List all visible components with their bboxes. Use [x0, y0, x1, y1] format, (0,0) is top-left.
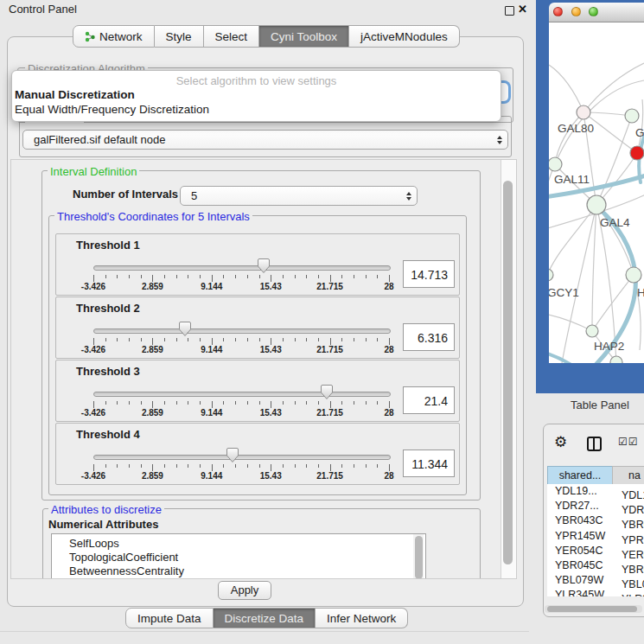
tab-label: Infer Network — [327, 612, 396, 625]
checkboxes-icon[interactable]: ☑☑ — [618, 436, 639, 448]
table-row[interactable]: YDR27...YDR2 — [547, 499, 644, 513]
close-icon[interactable]: ✕ — [518, 3, 527, 16]
svg-text:GAL80: GAL80 — [558, 122, 594, 135]
table-row[interactable]: YBL079WYBL0 — [547, 573, 644, 588]
column-header-0[interactable]: shared... — [547, 466, 613, 485]
algorithm-option-equal-width[interactable]: Equal Width/Frequency Discretization — [12, 102, 501, 117]
settings-vertical-scrollbar[interactable] — [501, 160, 517, 578]
slider-track[interactable] — [93, 328, 391, 334]
tab-label: jActiveMNodules — [360, 30, 448, 43]
tab-label: Style — [166, 30, 192, 43]
attribute-item-topologicalcoefficient[interactable]: TopologicalCoefficient — [52, 551, 425, 564]
slider-tick-labels: -3.4262.8599.14415.4321.71528 — [93, 408, 389, 418]
slider-thumb[interactable] — [226, 447, 239, 463]
panel-title: Control Panel — [9, 3, 77, 16]
svg-text:HAP2: HAP2 — [594, 340, 624, 353]
table-row[interactable]: YPR145WYPR1 — [547, 529, 644, 544]
table-row[interactable]: YBR045CYBR0 — [547, 558, 644, 573]
table-horizontal-scrollbar[interactable] — [545, 605, 642, 613]
num-intervals-label: Number of Intervals — [73, 188, 178, 201]
slider-tick-labels: -3.4262.8599.14415.4321.71528 — [93, 345, 389, 355]
top-tab-strip: NetworkStyleSelectCyni ToolboxjActiveMNo… — [73, 25, 460, 48]
slider-thumb[interactable] — [257, 258, 271, 274]
slider-thumb[interactable] — [320, 384, 334, 400]
close-traffic-light-icon[interactable] — [553, 7, 563, 16]
thresholds-group-title: Threshold's Coordinates for 5 Intervals — [54, 210, 252, 223]
threshold-value-field[interactable]: 21.4 — [403, 386, 455, 414]
num-intervals-combobox[interactable]: 5 — [180, 186, 418, 206]
threshold-4-box: Threshold 4-3.4262.8599.14415.4321.71528… — [55, 423, 460, 485]
column-header-1[interactable]: na — [612, 466, 644, 485]
numerical-attributes-list[interactable]: SelfLoopsTopologicalCoefficientBetweenne… — [51, 533, 426, 579]
attributes-list-scrollbar[interactable] — [413, 534, 424, 579]
threshold-value-field[interactable]: 11.344 — [403, 450, 455, 477]
slider-tick-labels: -3.4262.8599.14415.4321.71528 — [93, 282, 389, 292]
threshold-label: Threshold 4 — [76, 428, 140, 441]
float-window-icon[interactable] — [505, 6, 514, 16]
svg-text:GAL11: GAL11 — [554, 173, 590, 186]
svg-text:H: H — [637, 286, 644, 299]
network-graph: GAL80GAGAL11GAL4GCY1HHAP2 — [549, 22, 644, 363]
table-scrollbar-thumb[interactable] — [547, 606, 637, 612]
threshold-3-box: Threshold 3-3.4262.8599.14415.4321.71528… — [55, 360, 460, 422]
combo-stepper-icon — [401, 192, 417, 201]
screen: Control Panel ✕ NetworkStyleSelectCyni T… — [0, 0, 644, 644]
threshold-value-field[interactable]: 6.316 — [403, 323, 455, 351]
tab-label: Impute Data — [137, 612, 201, 625]
slider-track[interactable] — [93, 392, 391, 397]
algorithm-popup: Select algorithm to view settings Manual… — [11, 70, 501, 122]
attributes-group-title: Attributes to discretize — [48, 503, 164, 516]
tab-impute-data[interactable]: Impute Data — [125, 608, 214, 628]
num-intervals-value: 5 — [181, 189, 401, 202]
slider-thumb[interactable] — [178, 321, 192, 337]
minimize-traffic-light-icon[interactable] — [571, 7, 581, 16]
tab-label: Cyni Toolbox — [271, 30, 337, 43]
threshold-1-box: Threshold 1-3.4262.8599.14415.4321.71528… — [55, 233, 460, 296]
slider-tick-labels: -3.4262.8599.14415.4321.71528 — [93, 471, 389, 481]
split-columns-icon[interactable] — [587, 437, 602, 451]
tab-network[interactable]: Network — [73, 25, 155, 48]
tab-jactivemnodules[interactable]: jActiveMNodules — [349, 25, 460, 48]
threshold-label: Threshold 3 — [76, 365, 140, 378]
network-canvas[interactable]: GAL80GAGAL11GAL4GCY1HHAP2 — [549, 22, 644, 363]
slider-track[interactable] — [93, 455, 391, 460]
threshold-value-field[interactable]: 14.713 — [403, 260, 455, 288]
apply-button[interactable]: Apply — [218, 581, 271, 600]
settings-scroll-area: Interval Definition Number of Intervals … — [10, 159, 517, 579]
tab-label: Network — [99, 30, 143, 43]
table-row[interactable]: YLR345WYLR3 — [547, 588, 644, 596]
tab-cyni-toolbox[interactable]: Cyni Toolbox — [259, 25, 349, 48]
algorithm-option-manual[interactable]: Manual Discretization — [12, 87, 501, 102]
svg-text:GAL4: GAL4 — [600, 216, 630, 229]
table-row[interactable]: YDL19...YDL1 — [547, 484, 644, 499]
tab-label: Discretize Data — [225, 612, 304, 625]
thresholds-group: Threshold's Coordinates for 5 Intervals … — [48, 215, 467, 495]
settings-scrollbar-thumb[interactable] — [503, 181, 513, 564]
attribute-item-selfloops[interactable]: SelfLoops — [52, 534, 425, 551]
attribute-item-betweennesscentrality[interactable]: BetweennessCentrality — [52, 564, 425, 578]
table-panel-box: ⚙ ☑☑ shared...na YDL19...YDL1YDR27...YDR… — [543, 424, 644, 617]
gear-icon[interactable]: ⚙ — [554, 433, 567, 451]
table-data-combobox[interactable]: galFiltered.sif default node — [22, 130, 508, 150]
table-row[interactable]: YER054CYER0 — [547, 544, 644, 558]
tab-style[interactable]: Style — [155, 25, 204, 48]
slider-track[interactable] — [93, 265, 391, 271]
network-view-window: GAL80GAGAL11GAL4GCY1HHAP2 — [536, 0, 644, 393]
algorithm-popup-prompt: Select algorithm to view settings — [12, 71, 501, 87]
panel-bottom-edge — [0, 631, 529, 632]
tab-select[interactable]: Select — [204, 25, 260, 48]
tab-label: Select — [215, 30, 248, 43]
numerical-attributes-label: Numerical Attributes — [48, 518, 158, 531]
threshold-label: Threshold 1 — [76, 239, 140, 252]
svg-text:GA: GA — [635, 126, 644, 139]
table-row[interactable]: YBR043CYBR0 — [547, 513, 644, 528]
svg-text:GCY1: GCY1 — [549, 286, 579, 299]
interval-definition-title: Interval Definition — [48, 165, 139, 178]
tab-discretize-data[interactable]: Discretize Data — [214, 608, 316, 628]
combo-stepper-icon — [492, 136, 507, 144]
zoom-traffic-light-icon[interactable] — [589, 7, 598, 16]
table-rows: YDL19...YDL1YDR27...YDR2YBR043CYBR0YPR14… — [547, 484, 644, 596]
tab-infer-network[interactable]: Infer Network — [316, 608, 408, 628]
network-window-titlebar[interactable] — [549, 3, 644, 22]
bottom-tab-strip: Impute DataDiscretize DataInfer Network — [125, 608, 408, 628]
